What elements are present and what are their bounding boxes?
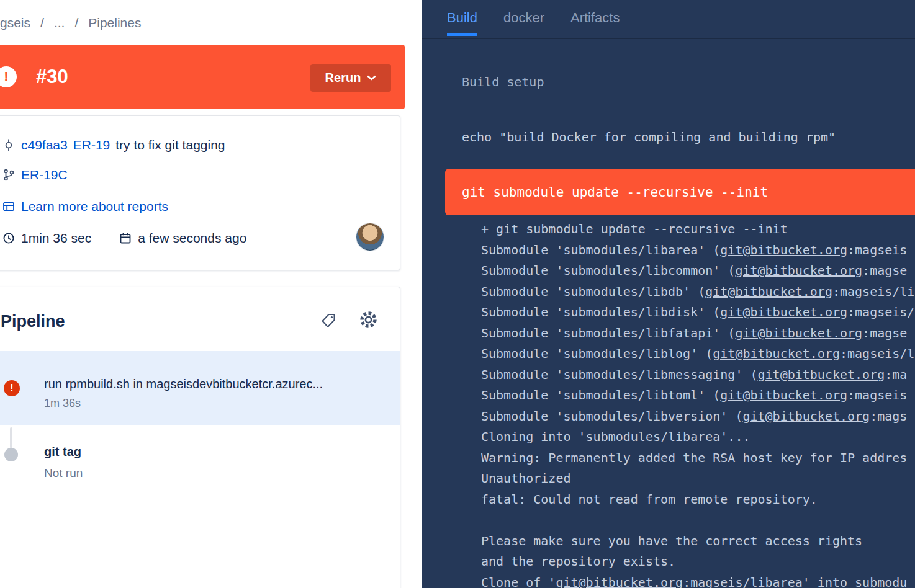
build-setup-section[interactable]: Build setup — [462, 74, 544, 89]
log-line: Cloning into 'submodules/libarea'... — [481, 427, 915, 448]
bitbucket-repo-link[interactable]: git@bitbucket.org — [713, 346, 840, 361]
log-text: :mags — [870, 409, 907, 424]
log-line: Clone of 'git@bitbucket.org:magseis/liba… — [481, 572, 915, 588]
build-duration: 1min 36 sec — [21, 231, 91, 246]
log-text: :magseis/ — [847, 305, 914, 319]
log-text: :magse — [862, 263, 907, 278]
log-output: + git submodule update --recursive --ini… — [481, 219, 915, 588]
log-text: Submodule 'submodules/libdisk' ( — [481, 305, 720, 319]
log-text: :magseis — [847, 388, 907, 403]
pipeline-status-banner: ! #30 Rerun — [0, 45, 405, 109]
log-text: Submodule 'submodules/libfatapi' ( — [481, 326, 735, 341]
log-text: + git submodule update --recursive --ini… — [481, 221, 788, 236]
log-line: Submodule 'submodules/libdisk' (git@bitb… — [481, 302, 915, 323]
step-row-rpmbuild[interactable]: ! run rpmbuild.sh in magseisdevbitbucket… — [0, 351, 400, 425]
failed-command-text: git submodule update --recursive --init — [462, 185, 768, 200]
bitbucket-repo-link[interactable]: git@bitbucket.org — [705, 284, 832, 299]
log-line: + git submodule update --recursive --ini… — [481, 219, 915, 240]
bitbucket-repo-link[interactable]: git@bitbucket.org — [720, 305, 847, 319]
log-line: and the repository exists. — [481, 551, 915, 572]
bitbucket-repo-link[interactable]: git@bitbucket.org — [735, 263, 862, 278]
settings-gear-icon[interactable] — [358, 310, 379, 330]
breadcrumb-repo[interactable]: gseis — [0, 16, 30, 30]
commit-message: try to fix git tagging — [115, 138, 225, 153]
breadcrumb: gseis / ... / Pipelines — [0, 16, 141, 30]
rerun-label: Rerun — [325, 71, 361, 85]
bitbucket-repo-link[interactable]: git@bitbucket.org — [720, 388, 847, 403]
issue-key-link[interactable]: ER-19 — [73, 138, 110, 153]
breadcrumb-separator: / — [74, 16, 78, 30]
log-text: :magseis/libarea' into submodu — [683, 575, 907, 588]
branch-row: ER-19C — [2, 167, 68, 182]
log-line: Submodule 'submodules/libcommon' (git@bi… — [481, 261, 915, 282]
commit-info-card: c49faa3 ER-19 try to fix git tagging ER-… — [0, 115, 400, 270]
commit-icon — [2, 138, 16, 152]
step-label: git tag — [44, 445, 81, 459]
log-text: and the repository exists. — [481, 554, 675, 569]
tabs-divider — [422, 38, 915, 39]
tab-docker[interactable]: docker — [503, 10, 544, 36]
log-text: Submodule 'submodules/libversion' ( — [481, 409, 742, 424]
label-tag-icon[interactable] — [320, 312, 337, 329]
log-line: Submodule 'submodules/libarea' (git@bitb… — [481, 240, 915, 261]
log-line — [481, 510, 915, 531]
bitbucket-repo-link[interactable]: git@bitbucket.org — [742, 409, 870, 424]
breadcrumb-ellipsis[interactable]: ... — [54, 16, 65, 30]
branch-icon — [2, 168, 16, 182]
log-text: :ma — [885, 367, 907, 382]
log-line: Please make sure you have the correct ac… — [481, 531, 915, 552]
log-line: Submodule 'submodules/libtoml' (git@bitb… — [481, 385, 915, 406]
log-line: Submodule 'submodules/libversion' (git@b… — [481, 406, 915, 427]
step-error-icon: ! — [4, 380, 20, 396]
pipeline-steps-card: Pipeline ! run rpmbuild.sh in magseisdev… — [0, 287, 400, 588]
step-row-git-tag[interactable]: git tag Not run — [0, 439, 400, 489]
bitbucket-repo-link[interactable]: git@bitbucket.org — [556, 575, 683, 588]
tab-artifacts[interactable]: Artifacts — [570, 10, 620, 36]
log-text: :magseis/l — [840, 346, 914, 361]
log-line: Unauthorized — [481, 468, 915, 489]
learn-more-reports-link[interactable]: Learn more about reports — [21, 199, 168, 214]
log-text: Submodule 'submodules/libmessaging' ( — [481, 367, 758, 382]
log-text: :magseis — [847, 243, 907, 257]
clock-icon — [2, 231, 16, 245]
tab-build[interactable]: Build — [447, 10, 477, 36]
step-label: run rpmbuild.sh in magseisdevbitbucketcr… — [44, 377, 323, 391]
log-text: Submodule 'submodules/libarea' ( — [481, 243, 720, 257]
reports-row: Learn more about reports — [2, 199, 168, 214]
log-line: Submodule 'submodules/liblog' (git@bitbu… — [481, 344, 915, 365]
step-duration: 1m 36s — [44, 397, 81, 410]
failed-command-bar[interactable]: git submodule update --recursive --init — [445, 169, 915, 215]
build-time-ago: a few seconds ago — [138, 231, 246, 246]
log-line: Submodule 'submodules/libfatapi' (git@bi… — [481, 323, 915, 344]
rerun-button[interactable]: Rerun — [310, 64, 391, 92]
log-text: fatal: Could not read from remote reposi… — [481, 492, 818, 507]
breadcrumb-current-pipelines[interactable]: Pipelines — [88, 16, 141, 30]
bitbucket-repo-link[interactable]: git@bitbucket.org — [758, 367, 885, 382]
commit-hash-link[interactable]: c49faa3 — [21, 138, 68, 153]
log-text: Submodule 'submodules/libcommon' ( — [481, 263, 735, 278]
build-log-panel: Build docker Artifacts Build setup echo … — [422, 0, 915, 588]
reports-icon — [2, 200, 16, 213]
log-text: Cloning into 'submodules/libarea'... — [481, 429, 750, 444]
build-number: #30 — [36, 45, 68, 109]
calendar-icon — [119, 231, 132, 245]
log-line: Submodule 'submodules/libmessaging' (git… — [481, 365, 915, 386]
log-text: :magse — [862, 326, 907, 341]
chevron-down-icon — [367, 75, 376, 81]
branch-link[interactable]: ER-19C — [21, 167, 68, 182]
step-not-run-icon — [4, 448, 18, 461]
log-line: Submodule 'submodules/libdb' (git@bitbuc… — [481, 282, 915, 303]
meta-row: 1min 36 sec a few seconds ago — [2, 231, 246, 246]
log-text: Submodule 'submodules/liblog' ( — [481, 346, 713, 361]
bitbucket-repo-link[interactable]: git@bitbucket.org — [720, 243, 847, 257]
log-text: Submodule 'submodules/libtoml' ( — [481, 388, 720, 403]
bitbucket-repo-link[interactable]: git@bitbucket.org — [735, 326, 862, 341]
pipeline-title: Pipeline — [1, 312, 65, 331]
echo-command-line[interactable]: echo "build Docker for compiling and bui… — [462, 130, 836, 145]
error-icon: ! — [0, 66, 17, 87]
log-line: fatal: Could not read from remote reposi… — [481, 489, 915, 510]
log-tabs: Build docker Artifacts — [447, 10, 620, 36]
log-text: Clone of ' — [481, 575, 556, 588]
step-status-text: Not run — [44, 466, 83, 480]
commit-row: c49faa3 ER-19 try to fix git tagging — [2, 138, 225, 153]
